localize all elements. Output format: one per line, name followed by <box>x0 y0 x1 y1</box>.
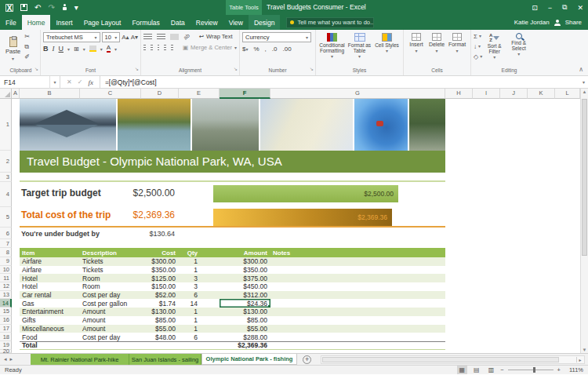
tab-home[interactable]: Home <box>22 15 51 30</box>
fill-color-icon[interactable] <box>89 46 96 52</box>
cell[interactable]: Cost per day <box>80 333 141 341</box>
zoom-slider-thumb[interactable] <box>533 367 535 373</box>
cell[interactable]: Room <box>80 274 141 282</box>
cell[interactable]: Amount <box>80 308 141 316</box>
cell[interactable]: Amount <box>80 325 141 333</box>
number-format-select[interactable]: Currency▾ <box>242 32 311 42</box>
tab-insert[interactable]: Insert <box>50 15 78 30</box>
row-header-17[interactable]: 17 <box>0 325 12 333</box>
cell[interactable]: $52.00 <box>141 291 179 300</box>
cell[interactable]: 6 <box>179 333 220 341</box>
formula-input[interactable]: =[@Qty]*[@Cost] <box>100 78 157 86</box>
underline-dropdown-icon[interactable]: ▾ <box>67 46 70 52</box>
cell[interactable]: Car rental <box>20 291 80 300</box>
center-icon[interactable] <box>151 45 153 51</box>
delete-cells-button[interactable]: Delete▾ <box>426 32 447 66</box>
row-header-11[interactable]: 11 <box>0 274 12 282</box>
user-name[interactable]: Katie Jordan <box>514 19 550 26</box>
save-icon[interactable] <box>20 4 27 11</box>
cell[interactable]: Tickets <box>80 266 141 275</box>
tab-split-handle[interactable]: ▸ <box>576 357 583 362</box>
align-left-icon[interactable] <box>143 45 146 51</box>
cell[interactable]: $130.00 <box>141 308 179 316</box>
wrap-text-button[interactable]: ↩Wrap Text <box>199 33 233 40</box>
cell[interactable]: Food <box>20 333 80 341</box>
tab-formulas[interactable]: Formulas <box>126 15 165 30</box>
cell[interactable]: Room <box>80 282 141 291</box>
merge-center-button[interactable]: ▣Merge & Center▾ <box>183 44 237 51</box>
row-header-18[interactable]: 18 <box>0 333 12 341</box>
column-header-E[interactable]: E <box>179 89 220 99</box>
cell[interactable]: Hotel <box>20 274 80 282</box>
font-dialog-launcher-icon[interactable]: ↘ <box>135 65 139 74</box>
table-header-cost[interactable]: Cost <box>141 248 179 257</box>
zoom-in-icon[interactable]: + <box>557 366 561 373</box>
budget-data-bar[interactable]: $2,500.00 <box>213 185 398 202</box>
cell[interactable]: 1 <box>179 316 220 325</box>
tab-design[interactable]: Design <box>249 15 280 30</box>
select-all-corner[interactable] <box>0 89 12 99</box>
cell[interactable]: 1 <box>179 325 220 333</box>
decrease-decimal-icon[interactable]: .00 <box>283 46 292 53</box>
cell[interactable] <box>270 308 445 316</box>
column-header-A[interactable]: A <box>12 89 20 99</box>
horizontal-scrollbar[interactable]: ▸ <box>321 355 585 364</box>
cell[interactable] <box>270 325 445 333</box>
column-header-D[interactable]: D <box>141 89 179 99</box>
row-header-7[interactable]: 7 <box>0 239 12 248</box>
cell[interactable]: $288.00 <box>220 333 270 341</box>
row-header-9[interactable]: 9 <box>0 257 12 266</box>
tab-view[interactable]: View <box>223 15 249 30</box>
orientation-icon[interactable]: ab <box>181 31 191 42</box>
column-header-G[interactable]: G <box>270 89 445 99</box>
cell[interactable]: $85.00 <box>141 316 179 325</box>
cell[interactable]: 1 <box>179 266 220 275</box>
cell[interactable]: $130.00 <box>220 308 270 316</box>
sheet-title-banner[interactable]: Travel Budget - Olympic National Park, W… <box>20 151 445 173</box>
bold-button[interactable]: B <box>43 45 49 53</box>
borders-icon[interactable]: ⊞ <box>74 46 79 53</box>
sort-filter-button[interactable]: AZ Sort & Filter▾ <box>482 32 506 66</box>
cost-data-bar[interactable]: $2,369.36 <box>213 209 392 226</box>
cell[interactable]: 1 <box>179 257 220 266</box>
cell[interactable]: $350.00 <box>141 266 179 275</box>
cell[interactable]: Cost per gallon <box>80 299 141 308</box>
paste-dropdown-icon[interactable]: ▾ <box>12 56 14 61</box>
under-budget-label[interactable]: You're under budget by <box>21 229 100 239</box>
top-align-icon[interactable] <box>143 34 152 40</box>
cell[interactable]: $1.74 <box>141 299 179 308</box>
middle-align-icon[interactable] <box>157 34 165 40</box>
clipboard-dialog-launcher-icon[interactable]: ↘ <box>34 65 38 74</box>
cell[interactable]: Cost per day <box>80 291 141 300</box>
bottom-align-icon[interactable] <box>170 34 179 40</box>
minimize-icon[interactable]: − <box>548 4 552 12</box>
column-header-B[interactable]: B <box>20 89 80 99</box>
name-box-dropdown-icon[interactable]: ▾ <box>50 76 60 89</box>
increase-indent-icon[interactable] <box>171 45 173 51</box>
photo-heron-shore[interactable] <box>192 99 259 151</box>
horizontal-scroll-thumb[interactable] <box>322 357 558 362</box>
format-cells-button[interactable]: Format▾ <box>447 32 467 66</box>
cell[interactable] <box>270 257 445 266</box>
photo-forest-river[interactable] <box>409 99 445 151</box>
total-cost-value[interactable]: $2,369.36 <box>104 206 175 224</box>
under-budget-value[interactable]: $130.64 <box>104 229 175 239</box>
column-header-F[interactable]: F <box>220 89 270 99</box>
cell[interactable]: 1 <box>179 308 220 316</box>
row-header-2[interactable]: 2 <box>0 151 12 173</box>
cell[interactable]: $150.00 <box>141 282 179 291</box>
tell-me-box[interactable]: Tell me what you want to do... <box>286 17 374 28</box>
cell[interactable]: $350.00 <box>220 266 270 275</box>
share-button[interactable]: Share <box>565 19 582 26</box>
tab-file[interactable]: File <box>0 15 22 30</box>
fill-icon[interactable]: ↓▾ <box>474 42 482 51</box>
autosum-icon[interactable]: Σ▾ <box>474 32 482 41</box>
zoom-level[interactable]: 111% <box>564 366 583 373</box>
cell[interactable] <box>80 342 141 349</box>
sheet-tab-2[interactable]: San Juan Islands - sailing <box>129 354 201 365</box>
sheet-tab-3[interactable]: Olympic National Park - fishing <box>201 354 297 365</box>
font-name-select[interactable]: Trebuchet MS▾ <box>43 32 100 42</box>
cell[interactable]: $55.00 <box>220 325 270 333</box>
increase-decimal-icon[interactable]: .0 <box>272 46 278 53</box>
tab-page-layout[interactable]: Page Layout <box>78 15 127 30</box>
